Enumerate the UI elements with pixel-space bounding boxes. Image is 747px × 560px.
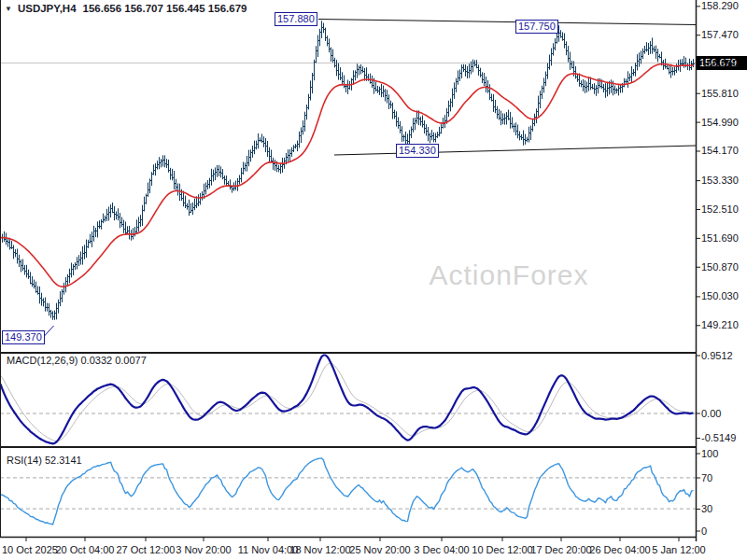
- price-axis-label: 152.510: [701, 203, 739, 215]
- rsi-axis-label: 100: [701, 448, 718, 459]
- macd-indicator-label: MACD(12,26,9) 0.0332 0.0077: [7, 355, 147, 366]
- symbol-label: USDJPY,H4: [18, 3, 77, 14]
- chevron-down-icon[interactable]: ▼: [5, 5, 12, 13]
- price-axis-label: 153.330: [701, 175, 739, 186]
- macd-axis-label: -0.5149: [701, 432, 736, 443]
- date-axis-label: 3 Nov 20:00: [166, 544, 241, 555]
- date-axis-label: 5 Jan 12:00: [641, 544, 716, 555]
- rsi-axis-label: 70: [701, 472, 712, 483]
- low-label-connector: [45, 326, 54, 336]
- macd-axis-label: 0.9512: [701, 350, 733, 361]
- price-axis-label: 154.990: [701, 117, 739, 128]
- macd-signal-line: [1, 364, 694, 441]
- annotation-range-low[interactable]: 149.370: [2, 330, 45, 344]
- price-axis-label: 154.170: [701, 145, 739, 156]
- annotation-recent-high[interactable]: 157.750: [515, 20, 558, 34]
- resistance-trendline[interactable]: [318, 20, 696, 25]
- macd-axis-label: 0.00: [701, 408, 721, 419]
- ohlc-values: 156.656 156.707 156.445 156.679: [83, 3, 247, 14]
- annotation-swing-high[interactable]: 157.880: [275, 12, 317, 26]
- annotation-support[interactable]: 154.330: [396, 144, 439, 158]
- chart-canvas[interactable]: [0, 0, 747, 560]
- rsi-indicator-label: RSI(14) 52.3141: [7, 455, 82, 466]
- rsi-axis-label: 0: [701, 525, 707, 537]
- price-axis-label: 155.810: [701, 88, 739, 99]
- price-axis-label: 150.030: [701, 290, 739, 301]
- price-axis-label: 149.210: [701, 319, 739, 330]
- price-axis-label: 158.290: [701, 0, 739, 11]
- rsi-axis-label: 30: [701, 503, 712, 514]
- price-bars[interactable]: [1, 21, 694, 320]
- price-axis-label: 156.650: [701, 58, 739, 69]
- ma-line: [1, 64, 694, 287]
- rsi-line: [1, 458, 694, 525]
- price-axis-label: 157.470: [701, 29, 739, 40]
- price-axis-label: 150.870: [701, 261, 739, 273]
- price-axis-label: 151.690: [701, 232, 739, 244]
- support-trendline[interactable]: [334, 146, 696, 155]
- chart-window: ActionForex ▼USDJPY,H4156.656 156.707 15…: [0, 0, 747, 560]
- macd-line: [1, 356, 694, 444]
- price-bar-ticks: [0, 28, 695, 317]
- symbol-header: ▼USDJPY,H4156.656 156.707 156.445 156.67…: [5, 3, 247, 14]
